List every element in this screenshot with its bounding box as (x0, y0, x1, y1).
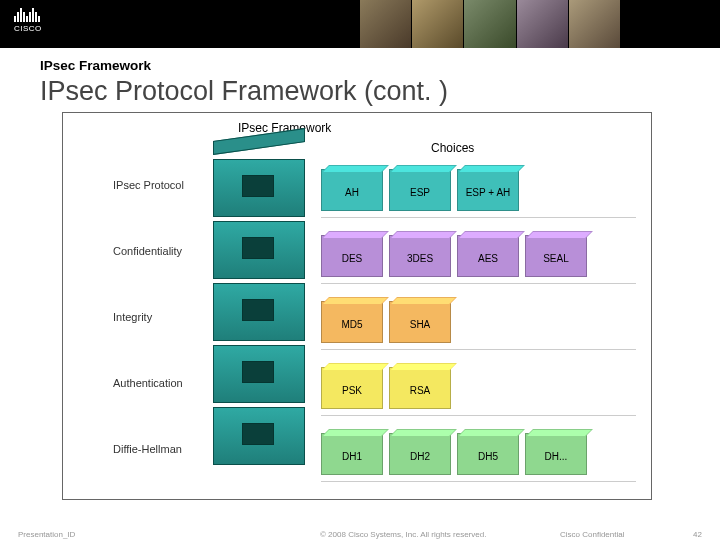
row-label: Confidentiality (113, 245, 203, 257)
choice-block: AES (457, 235, 519, 277)
framework-stack (213, 141, 305, 465)
choice-block: RSA (389, 367, 451, 409)
copyright: © 2008 Cisco Systems, Inc. All rights re… (320, 530, 486, 539)
choice-block: ESP (389, 169, 451, 211)
logo-text: CISCO (14, 24, 42, 33)
choice-row: DES3DESAESSEAL (321, 235, 636, 284)
presentation-id: Presentation_ID (18, 530, 75, 539)
choice-block: PSK (321, 367, 383, 409)
row-label: Authentication (113, 377, 203, 389)
logo-bars-icon (14, 6, 42, 22)
choice-row: AHESPESP + AH (321, 169, 636, 218)
choice-block: SEAL (525, 235, 587, 277)
stack-block (213, 221, 305, 279)
stack-block (213, 407, 305, 465)
row-label: Diffie-Hellman (113, 443, 203, 455)
photo-strip (360, 0, 620, 48)
choice-block: DH... (525, 433, 587, 475)
page-number: 42 (693, 530, 702, 539)
stack-block (213, 345, 305, 403)
choice-row: DH1DH2DH5DH... (321, 433, 636, 482)
choice-block: DES (321, 235, 383, 277)
choice-row: MD5SHA (321, 301, 636, 350)
choices-label: Choices (431, 141, 474, 155)
choice-row: PSKRSA (321, 367, 636, 416)
slide-subtitle: IPsec Framework (40, 58, 151, 73)
row-label: IPsec Protocol (113, 179, 203, 191)
stack-block (213, 159, 305, 217)
top-bar: CISCO (0, 0, 720, 48)
row-label: Integrity (113, 311, 203, 323)
slide-title: IPsec Protocol Framework (cont. ) (40, 76, 448, 107)
ipsec-diagram: IPsec Framework Choices IPsec ProtocolCo… (62, 112, 652, 500)
choice-block: 3DES (389, 235, 451, 277)
choice-block: DH2 (389, 433, 451, 475)
choice-block: DH1 (321, 433, 383, 475)
choice-block: MD5 (321, 301, 383, 343)
choice-block: AH (321, 169, 383, 211)
stack-block (213, 283, 305, 341)
choice-block: SHA (389, 301, 451, 343)
confidential: Cisco Confidential (560, 530, 624, 539)
choice-block: DH5 (457, 433, 519, 475)
cisco-logo: CISCO (14, 6, 42, 33)
choice-block: ESP + AH (457, 169, 519, 211)
